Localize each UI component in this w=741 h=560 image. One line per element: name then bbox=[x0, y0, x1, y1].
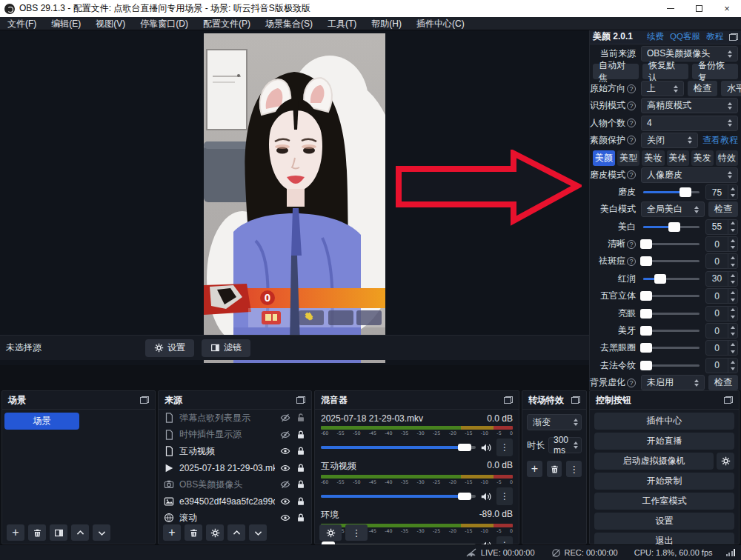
bright-eyes-value-box[interactable]: 0 bbox=[705, 306, 738, 321]
background-blur-dropdown[interactable]: 未启用 bbox=[641, 375, 705, 390]
spinner-arrows-icon[interactable] bbox=[728, 324, 737, 338]
maximize-button[interactable] bbox=[685, 0, 713, 17]
tab-body[interactable]: 美体 bbox=[667, 150, 689, 166]
blemish-slider[interactable] bbox=[643, 260, 700, 262]
spinner-arrows-icon[interactable] bbox=[728, 220, 737, 234]
spinner-arrows-icon[interactable] bbox=[728, 272, 737, 286]
white-mode-dropdown[interactable]: 全局美白 bbox=[641, 201, 705, 217]
nasolabial-value-box[interactable]: 0 bbox=[705, 358, 738, 373]
tutorial-link[interactable]: 教程 bbox=[706, 31, 723, 42]
person-count-stepper[interactable]: 4 bbox=[641, 116, 738, 131]
teeth-slider[interactable] bbox=[643, 330, 700, 332]
start-virtual-camera-button[interactable]: 启动虚拟摄像机 bbox=[594, 453, 714, 470]
view-tutorial-link[interactable]: 查看教程 bbox=[702, 134, 738, 147]
source-properties-button[interactable] bbox=[206, 524, 224, 541]
smooth-slider[interactable] bbox=[643, 191, 700, 193]
slider-handle[interactable] bbox=[640, 343, 652, 353]
slider-handle[interactable] bbox=[458, 444, 471, 451]
menu-profile[interactable]: 配置文件(P) bbox=[196, 17, 258, 30]
add-source-button[interactable]: + bbox=[163, 524, 181, 541]
eye-slash-icon[interactable] bbox=[280, 430, 290, 440]
source-settings-button[interactable]: 设置 bbox=[145, 339, 194, 357]
spinner-arrows-icon[interactable] bbox=[728, 307, 737, 321]
popout-dock-icon[interactable] bbox=[140, 396, 149, 404]
whiten-value-box[interactable]: 55 bbox=[705, 219, 738, 235]
help-icon[interactable] bbox=[627, 257, 636, 266]
spinner-arrows-icon[interactable] bbox=[728, 289, 737, 303]
source-row[interactable]: e394502df49aa5fc2a99cd2e7c bbox=[159, 493, 311, 510]
transition-menu-button[interactable]: ⋮ bbox=[566, 461, 582, 477]
tab-reshape[interactable]: 美型 bbox=[617, 150, 639, 166]
spinner-arrows-icon[interactable] bbox=[728, 341, 737, 355]
eye-icon[interactable] bbox=[280, 463, 290, 473]
slider-handle[interactable] bbox=[668, 222, 680, 232]
menu-tools[interactable]: 工具(T) bbox=[320, 17, 364, 30]
scene-filters-button[interactable] bbox=[50, 524, 67, 541]
slider-handle[interactable] bbox=[640, 361, 652, 370]
menu-file[interactable]: 文件(F) bbox=[0, 17, 44, 30]
lock-icon[interactable] bbox=[296, 496, 306, 507]
move-scene-up-button[interactable] bbox=[71, 524, 89, 541]
menu-scene-collection[interactable]: 场景集合(S) bbox=[258, 17, 320, 30]
tab-hair[interactable]: 美发 bbox=[691, 150, 714, 166]
current-source-dropdown[interactable]: OBS美颜摄像头 bbox=[641, 46, 738, 61]
menu-edit[interactable]: 编辑(E) bbox=[44, 17, 88, 30]
lock-open-icon[interactable] bbox=[296, 413, 306, 423]
lock-icon[interactable] bbox=[296, 479, 306, 490]
spinner-arrows-icon[interactable] bbox=[725, 116, 734, 130]
eye-icon[interactable] bbox=[280, 446, 290, 456]
eye-slash-icon[interactable] bbox=[280, 479, 290, 490]
settings-button[interactable]: 设置 bbox=[594, 513, 734, 530]
popout-dock-icon[interactable] bbox=[296, 396, 305, 404]
background-check-button[interactable]: 检查 bbox=[708, 375, 738, 390]
remove-transition-button[interactable] bbox=[547, 461, 562, 477]
source-row[interactable]: 2025-07-18 21-29-03.mkv bbox=[159, 460, 311, 477]
smooth-mode-dropdown[interactable]: 人像磨皮 bbox=[641, 167, 738, 183]
source-row[interactable]: 互动视频 bbox=[159, 443, 311, 460]
renew-link[interactable]: 续费 bbox=[647, 31, 664, 42]
slider-handle[interactable] bbox=[640, 326, 652, 336]
menu-view[interactable]: 视图(V) bbox=[88, 17, 133, 30]
backup-restore-button[interactable]: 备份恢复 bbox=[692, 64, 738, 79]
spinner-arrows-icon[interactable] bbox=[728, 254, 737, 268]
orientation-dropdown[interactable]: 上 bbox=[641, 81, 684, 96]
eye-slash-icon[interactable] bbox=[280, 413, 290, 423]
bright-eyes-slider[interactable] bbox=[643, 313, 700, 315]
eye-icon[interactable] bbox=[280, 496, 290, 507]
menu-help[interactable]: 帮助(H) bbox=[364, 17, 409, 30]
help-icon[interactable] bbox=[627, 136, 636, 144]
start-streaming-button[interactable]: 开始直播 bbox=[594, 433, 734, 450]
dark-circle-value-box[interactable]: 0 bbox=[705, 340, 738, 356]
slider-handle[interactable] bbox=[458, 493, 471, 500]
slider-handle[interactable] bbox=[654, 274, 666, 284]
contour-value-box[interactable]: 0 bbox=[705, 288, 738, 304]
lock-icon[interactable] bbox=[296, 463, 306, 473]
rosy-slider[interactable] bbox=[643, 278, 700, 280]
lock-icon[interactable] bbox=[296, 430, 306, 440]
nasolabial-slider[interactable] bbox=[643, 364, 700, 367]
spinner-arrows-icon[interactable] bbox=[728, 185, 737, 199]
lock-icon[interactable] bbox=[296, 513, 306, 523]
slider-handle[interactable] bbox=[640, 239, 652, 249]
restore-defaults-button[interactable]: 恢复默认 bbox=[642, 64, 688, 79]
close-button[interactable]: × bbox=[713, 0, 741, 17]
channel-menu-button[interactable]: ⋮ bbox=[496, 439, 513, 456]
white-check-button[interactable]: 检查 bbox=[708, 201, 738, 217]
help-icon[interactable] bbox=[627, 101, 636, 110]
help-icon[interactable] bbox=[627, 379, 636, 387]
slider-handle[interactable] bbox=[640, 309, 652, 319]
transition-type-dropdown[interactable]: 渐变 bbox=[527, 414, 582, 430]
popout-dock-icon[interactable] bbox=[729, 33, 738, 41]
blemish-value-box[interactable]: 0 bbox=[705, 253, 738, 269]
lock-icon[interactable] bbox=[296, 446, 306, 456]
eye-icon[interactable] bbox=[280, 513, 290, 523]
spinner-arrows-icon[interactable] bbox=[728, 359, 737, 373]
popout-dock-icon[interactable] bbox=[724, 396, 733, 404]
bare-face-protect-dropdown[interactable]: 关闭 bbox=[641, 133, 698, 148]
preview-canvas[interactable]: 0 bbox=[0, 30, 589, 365]
remove-scene-button[interactable] bbox=[28, 524, 46, 541]
plugin-center-button[interactable]: 插件中心 bbox=[594, 413, 734, 430]
source-filters-button[interactable]: 滤镜 bbox=[202, 339, 250, 357]
webcam-video-preview[interactable]: 0 bbox=[204, 33, 385, 363]
rosy-value-box[interactable]: 30 bbox=[705, 271, 738, 287]
